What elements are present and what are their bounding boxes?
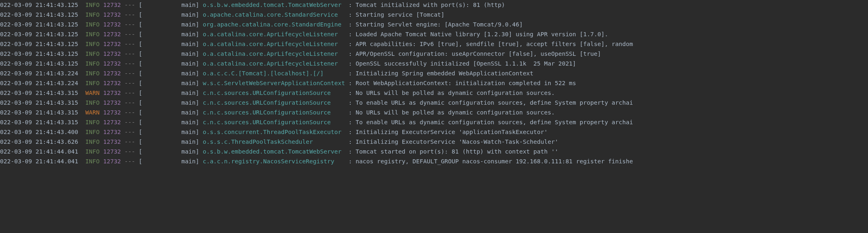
log-pid: 12732	[103, 39, 121, 49]
log-timestamp: 022-03-09 21:41:43.125	[0, 39, 78, 49]
log-level: INFO	[86, 117, 100, 127]
log-thread: main	[142, 147, 196, 156]
log-logger: o.a.catalina.core.AprLifecycleListener	[203, 49, 345, 59]
log-line: 022-03-09 21:41:43.315 INFO 12732 --- [ …	[0, 98, 868, 108]
log-logger: o.a.catalina.core.AprLifecycleListener	[203, 39, 345, 49]
log-separator: ---	[125, 39, 135, 49]
log-separator: ---	[125, 29, 135, 39]
log-logger: c.n.c.sources.URLConfigurationSource	[203, 88, 345, 98]
log-logger: o.s.b.w.embedded.tomcat.TomcatWebServer	[203, 147, 345, 156]
log-message: APR capabilities: IPv6 [true], sendfile …	[356, 39, 633, 49]
log-timestamp: 022-03-09 21:41:43.626	[0, 137, 78, 147]
log-pid: 12732	[103, 10, 121, 20]
log-logger: c.a.c.n.registry.NacosServiceRegistry	[203, 156, 345, 166]
log-console[interactable]: 022-03-09 21:41:43.125 INFO 12732 --- [ …	[0, 0, 868, 233]
log-separator: ---	[125, 156, 135, 166]
log-timestamp: 022-03-09 21:41:43.315	[0, 117, 78, 127]
log-message: No URLs will be polled as dynamic config…	[356, 88, 555, 98]
log-line: 022-03-09 21:41:43.315 INFO 12732 --- [ …	[0, 117, 868, 127]
log-logger: o.a.catalina.core.AprLifecycleListener	[203, 29, 345, 39]
log-message: No URLs will be polled as dynamic config…	[356, 108, 555, 117]
log-logger: o.s.b.w.embedded.tomcat.TomcatWebServer	[203, 0, 345, 10]
log-thread: main	[142, 49, 196, 59]
log-thread: main	[142, 137, 196, 147]
log-separator: ---	[125, 78, 135, 88]
log-level: INFO	[86, 20, 100, 29]
log-timestamp: 022-03-09 21:41:43.315	[0, 98, 78, 108]
log-separator: ---	[125, 117, 135, 127]
log-message: OpenSSL successfully initialized [OpenSS…	[356, 59, 576, 68]
log-separator: ---	[125, 108, 135, 117]
log-logger: org.apache.catalina.core.StandardEngine	[203, 20, 345, 29]
log-message: Root WebApplicationContext: initializati…	[356, 78, 576, 88]
log-logger: o.s.s.concurrent.ThreadPoolTaskExecutor	[203, 127, 345, 137]
log-separator: ---	[125, 137, 135, 147]
log-separator: ---	[125, 59, 135, 68]
log-line: 022-03-09 21:41:44.041 INFO 12732 --- [ …	[0, 156, 868, 166]
log-message: Initializing ExecutorService 'applicatio…	[356, 127, 547, 137]
log-timestamp: 022-03-09 21:41:43.224	[0, 78, 78, 88]
log-level: WARN	[86, 108, 100, 117]
log-thread: main	[142, 0, 196, 10]
log-line: 022-03-09 21:41:43.125 INFO 12732 --- [ …	[0, 49, 868, 59]
log-level: INFO	[86, 147, 100, 156]
log-line: 022-03-09 21:41:43.626 INFO 12732 --- [ …	[0, 137, 868, 147]
log-thread: main	[142, 156, 196, 166]
log-timestamp: 022-03-09 21:41:43.125	[0, 0, 78, 10]
log-level: INFO	[86, 78, 100, 88]
log-pid: 12732	[103, 117, 121, 127]
log-logger: c.n.c.sources.URLConfigurationSource	[203, 108, 345, 117]
log-line: 022-03-09 21:41:43.125 INFO 12732 --- [ …	[0, 29, 868, 39]
log-level: INFO	[86, 98, 100, 108]
log-message: To enable URLs as dynamic configuration …	[356, 98, 633, 108]
log-logger: o.apache.catalina.core.StandardService	[203, 10, 345, 20]
log-timestamp: 022-03-09 21:41:43.125	[0, 49, 78, 59]
log-line: 022-03-09 21:41:43.400 INFO 12732 --- [ …	[0, 127, 868, 137]
log-separator: ---	[125, 20, 135, 29]
log-level: INFO	[86, 0, 100, 10]
log-level: INFO	[86, 127, 100, 137]
log-pid: 12732	[103, 49, 121, 59]
log-message: Initializing Spring embedded WebApplicat…	[356, 68, 534, 78]
log-timestamp: 022-03-09 21:41:43.400	[0, 127, 78, 137]
log-message: Tomcat initialized with port(s): 81 (htt…	[356, 0, 505, 10]
log-level: INFO	[86, 156, 100, 166]
log-separator: ---	[125, 88, 135, 98]
log-pid: 12732	[103, 68, 121, 78]
log-timestamp: 022-03-09 21:41:43.125	[0, 20, 78, 29]
log-pid: 12732	[103, 108, 121, 117]
log-line: 022-03-09 21:41:43.125 INFO 12732 --- [ …	[0, 10, 868, 20]
log-thread: main	[142, 78, 196, 88]
log-pid: 12732	[103, 147, 121, 156]
log-level: INFO	[86, 39, 100, 49]
log-message: nacos registry, DEFAULT_GROUP nacos-cons…	[356, 156, 633, 166]
log-level: WARN	[86, 88, 100, 98]
log-thread: main	[142, 20, 196, 29]
log-separator: ---	[125, 127, 135, 137]
log-thread: main	[142, 88, 196, 98]
log-timestamp: 022-03-09 21:41:43.315	[0, 108, 78, 117]
log-message: Loaded Apache Tomcat Native library [1.2…	[356, 29, 608, 39]
log-pid: 12732	[103, 137, 121, 147]
log-logger: c.n.c.sources.URLConfigurationSource	[203, 117, 345, 127]
log-thread: main	[142, 39, 196, 49]
log-timestamp: 022-03-09 21:41:44.041	[0, 156, 78, 166]
log-message: APR/OpenSSL configuration: useAprConnect…	[356, 49, 601, 59]
log-message: Tomcat started on port(s): 81 (http) wit…	[356, 147, 558, 156]
log-pid: 12732	[103, 59, 121, 68]
log-separator: ---	[125, 147, 135, 156]
log-level: INFO	[86, 49, 100, 59]
log-thread: main	[142, 68, 196, 78]
log-separator: ---	[125, 68, 135, 78]
log-thread: main	[142, 29, 196, 39]
log-pid: 12732	[103, 88, 121, 98]
log-logger: o.a.catalina.core.AprLifecycleListener	[203, 59, 345, 68]
log-timestamp: 022-03-09 21:41:43.125	[0, 10, 78, 20]
log-level: INFO	[86, 137, 100, 147]
log-line: 022-03-09 21:41:43.315 WARN 12732 --- [ …	[0, 108, 868, 117]
log-separator: ---	[125, 10, 135, 20]
log-logger: w.s.c.ServletWebServerApplicationContext	[203, 78, 345, 88]
log-separator: ---	[125, 0, 135, 10]
log-timestamp: 022-03-09 21:41:44.041	[0, 147, 78, 156]
log-line: 022-03-09 21:41:43.224 INFO 12732 --- [ …	[0, 78, 868, 88]
